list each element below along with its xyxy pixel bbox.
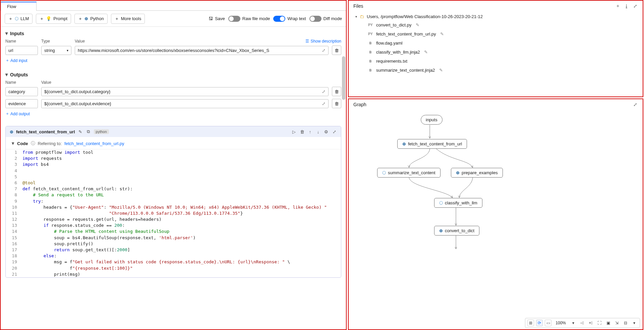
- screenshot-button[interactable]: ▣: [605, 320, 611, 326]
- file-name: flow.dag.yaml: [376, 41, 403, 46]
- file-item[interactable]: 🗎classify_with_llm.jinja2✎: [367, 48, 639, 57]
- input-name-field[interactable]: url: [5, 46, 38, 55]
- more-tools-button[interactable]: ＋ More tools: [111, 14, 145, 24]
- toolbar: ＋ LLM ＋ 💡 Prompt ＋ ⊕ Python ＋ More tools…: [1, 11, 346, 27]
- file-item[interactable]: 🗎requirements.txt: [367, 57, 639, 66]
- delete-output-button[interactable]: 🗑: [332, 99, 341, 108]
- node-label: fetch_text_content_from_url: [408, 141, 462, 146]
- toggle-icon: [309, 16, 321, 22]
- scrollbar[interactable]: [342, 56, 345, 100]
- output-name-field[interactable]: evidence: [5, 99, 38, 108]
- settings-icon[interactable]: ⚙: [324, 129, 329, 134]
- file-item[interactable]: 🗎summarize_text_content.jinja2✎: [367, 66, 639, 75]
- inputs-section-toggle[interactable]: ▶ Inputs: [5, 31, 24, 36]
- edit-icon[interactable]: ✎: [78, 129, 83, 134]
- play-icon[interactable]: ▷: [291, 129, 297, 134]
- lightbulb-icon: 💡: [46, 16, 51, 21]
- raw-file-toggle[interactable]: Raw file mode: [228, 16, 270, 22]
- toggle-icon: [273, 16, 285, 22]
- python-icon: ⊕: [10, 129, 13, 134]
- raw-label: Raw file mode: [242, 16, 270, 21]
- input-row: url string ▾ https://www.microsoft.com/e…: [5, 46, 341, 55]
- delete-input-button[interactable]: 🗑: [332, 46, 341, 55]
- plus-icon: ＋: [115, 16, 119, 22]
- edit-icon[interactable]: ✎: [440, 31, 444, 37]
- outputs-col-value: Value: [41, 80, 329, 85]
- expand-icon[interactable]: ⤢: [322, 101, 326, 106]
- inputs-col-name: Name: [5, 39, 38, 44]
- file-item[interactable]: 🗎flow.dag.yaml: [367, 39, 639, 48]
- delete-output-button[interactable]: 🗑: [332, 87, 341, 96]
- download-icon[interactable]: ⭳: [624, 3, 629, 9]
- file-item[interactable]: PYfetch_text_content_from_url.py✎: [367, 29, 639, 39]
- expand-icon[interactable]: ⤢: [633, 3, 638, 9]
- graph-node-convert[interactable]: ⊕ convert_to_dict: [434, 226, 479, 236]
- show-description-link[interactable]: ☰ Show description: [305, 39, 341, 44]
- copy-icon[interactable]: ⧉: [86, 129, 91, 134]
- layout-button[interactable]: ⊟: [622, 320, 629, 326]
- graph-toolbar: ⊞ ⟳ ▭ 100% ▾ −⃝ +⃝ ⛶ ▣ ⇲ ⊟ ▾: [525, 318, 640, 328]
- output-value-field[interactable]: ${convert_to_dict.output.evidence} ⤢: [41, 99, 329, 108]
- code-editor[interactable]: 1from promptflow import tool 2import req…: [6, 149, 341, 277]
- graph-node-classify[interactable]: classify_with_llm: [434, 198, 482, 208]
- export-button[interactable]: ⇲: [613, 320, 620, 326]
- chevron-down-icon: ▶: [5, 73, 9, 76]
- file-item[interactable]: PYconvert_to_dict.py✎: [367, 20, 639, 29]
- output-value-field[interactable]: ${convert_to_dict.output.category} ⤢: [41, 87, 329, 96]
- output-row: category ${convert_to_dict.output.catego…: [5, 87, 341, 96]
- move-up-icon[interactable]: ↑: [307, 129, 313, 134]
- graph-panel-title: Graph: [353, 102, 366, 107]
- edit-icon[interactable]: ✎: [424, 50, 428, 55]
- zoom-in-button[interactable]: +⃝: [587, 320, 594, 326]
- zoom-dropdown[interactable]: ▾: [570, 320, 577, 326]
- more-dropdown[interactable]: ▾: [631, 320, 638, 326]
- zoom-out-button[interactable]: −⃝: [579, 320, 585, 326]
- chevron-down-icon[interactable]: ▶: [11, 142, 15, 145]
- add-file-icon[interactable]: ＋: [615, 3, 621, 9]
- trash-icon: 🗑: [335, 89, 339, 94]
- node-label: convert_to_dict: [445, 228, 474, 233]
- expand-icon[interactable]: ⤢: [322, 89, 326, 94]
- add-python-button[interactable]: ＋ ⊕ Python: [74, 14, 107, 24]
- zoom-readout: 100%: [553, 321, 568, 325]
- add-output-label: Add output: [10, 112, 30, 116]
- file-name: requirements.txt: [376, 59, 407, 64]
- outputs-section-toggle[interactable]: ▶ Outputs: [5, 72, 341, 77]
- folder-root[interactable]: ▾ 🗀 Users, /promptflow/Web Classificatio…: [355, 13, 639, 20]
- llm-icon: [382, 170, 386, 175]
- input-value-field[interactable]: https://www.microsoft.com/en-us/store/co…: [75, 46, 329, 55]
- add-prompt-label: Prompt: [53, 16, 67, 21]
- wrap-text-toggle[interactable]: Wrap text: [273, 16, 306, 22]
- graph-node-summarize[interactable]: summarize_text_content: [377, 168, 441, 178]
- graph-node-prepare[interactable]: ⊕ prepare_examples: [451, 168, 503, 178]
- diff-mode-toggle[interactable]: Diff mode: [309, 16, 342, 22]
- fit-button[interactable]: ▭: [545, 320, 551, 326]
- edit-icon[interactable]: ✎: [416, 22, 419, 27]
- graph-node-fetch[interactable]: ⊕ fetch_text_content_from_url: [397, 139, 467, 149]
- input-type-select[interactable]: string ▾: [41, 46, 71, 55]
- refer-file-link[interactable]: fetch_text_content_from_url.py: [64, 141, 124, 146]
- refresh-button[interactable]: ⟳: [536, 320, 543, 326]
- tab-flow[interactable]: Flow: [1, 2, 37, 11]
- llm-icon: [15, 16, 18, 21]
- edit-icon[interactable]: ✎: [439, 68, 443, 73]
- auto-layout-button[interactable]: ⊞: [527, 320, 534, 326]
- save-icon: 🖫: [209, 16, 213, 21]
- move-down-icon[interactable]: ↓: [315, 129, 321, 134]
- info-icon[interactable]: ⓘ: [31, 140, 35, 146]
- llm-icon: [439, 200, 443, 205]
- expand-icon[interactable]: ⤢: [332, 129, 337, 134]
- fullscreen-button[interactable]: ⛶: [596, 320, 603, 326]
- save-button[interactable]: 🖫 Save: [209, 16, 225, 21]
- trash-icon[interactable]: 🗑: [299, 129, 305, 134]
- add-prompt-button[interactable]: ＋ 💡 Prompt: [36, 14, 71, 24]
- graph-node-inputs[interactable]: inputs: [421, 115, 443, 125]
- expand-icon[interactable]: ⤢: [633, 102, 638, 107]
- expand-icon[interactable]: ⤢: [322, 48, 326, 53]
- graph-canvas[interactable]: inputs ⊕ fetch_text_content_from_url sum…: [349, 110, 643, 329]
- add-output-link[interactable]: ＋ Add output: [5, 111, 341, 117]
- output-name-field[interactable]: category: [5, 87, 38, 96]
- add-llm-button[interactable]: ＋ LLM: [5, 14, 33, 24]
- plus-icon: ＋: [5, 111, 9, 117]
- add-input-link[interactable]: ＋ Add input: [5, 58, 341, 63]
